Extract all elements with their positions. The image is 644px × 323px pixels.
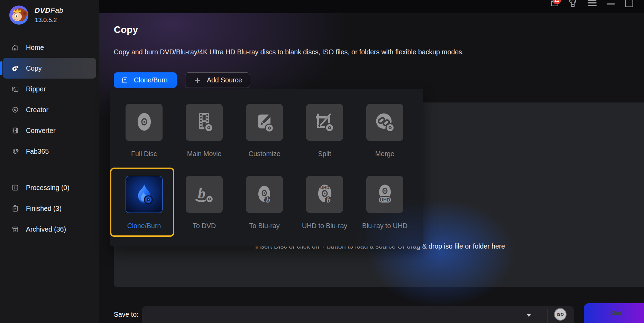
start-button-label: Start [608, 309, 625, 317]
mode-label: Full Disc [131, 150, 157, 158]
mode-tile-to-blu-ray[interactable]: b To Blu-ray [246, 176, 283, 231]
app-brand: DVDFab [35, 6, 64, 15]
mode-label: Customize [248, 150, 280, 158]
copy-mode-popup: Full Disc Main Movie [110, 89, 423, 246]
sidebar-item-fab365[interactable]: Fab365 [3, 141, 96, 162]
mode-label: To Blu-ray [249, 222, 280, 230]
svg-text:UHD: UHD [320, 185, 329, 190]
sidebar-item-creator[interactable]: Creator [3, 99, 96, 120]
blu-ray-to-uhd-icon: UHD [373, 183, 397, 206]
home-icon [11, 44, 19, 51]
svg-text:b: b [326, 195, 331, 204]
maximize-icon[interactable] [625, 0, 635, 9]
iso-output-icon[interactable]: ISO [554, 308, 567, 321]
start-button[interactable]: Start [584, 303, 644, 323]
mode-tile-merge[interactable]: Merge [366, 104, 403, 159]
sidebar-divider [10, 169, 88, 169]
save-path-input[interactable] [142, 306, 574, 323]
mode-tile-main-movie[interactable]: Main Movie [186, 104, 223, 159]
sidebar-menu: Home Copy Ripper Creator [0, 37, 99, 162]
app-version: 13.0.5.2 [35, 17, 57, 24]
converter-film-icon [11, 127, 19, 134]
sidebar-item-processing[interactable]: Processing (0) [3, 177, 96, 198]
sidebar-tasks: Processing (0) Finished (3) Archived (36… [0, 177, 99, 240]
chevron-down-icon[interactable] [526, 314, 531, 317]
sidebar-item-label: Ripper [26, 85, 46, 93]
to-blu-ray-icon: b [253, 183, 276, 206]
dvdfab-monkey-avatar [9, 5, 29, 25]
sidebar-item-label: Creator [26, 106, 48, 114]
mode-row-2: Clone/Burn b To DVD b To Blu-ray [126, 176, 403, 231]
mode-tile-split[interactable]: Split [306, 104, 343, 159]
svg-text:b: b [197, 184, 205, 201]
sidebar-item-ripper[interactable]: Ripper [3, 79, 96, 99]
save-to-label: Save to: [114, 311, 139, 318]
sidebar-item-converter[interactable]: Converter [3, 120, 96, 141]
svg-text:UHD: UHD [380, 197, 390, 203]
sidebar-item-finished[interactable]: Finished (3) [3, 198, 96, 219]
archived-box-icon [11, 225, 19, 233]
ripper-icon [11, 85, 19, 93]
mode-label: Blu-ray to UHD [362, 222, 407, 230]
sidebar-item-label: Fab365 [26, 147, 49, 155]
clone-burn-tab-icon [121, 77, 129, 84]
mode-tile-full-disc[interactable]: Full Disc [126, 104, 163, 159]
iso-badge-label: ISO [557, 312, 564, 316]
creator-disc-icon [11, 106, 19, 114]
sidebar-item-archived[interactable]: Archived (36) [3, 219, 96, 240]
sidebar-item-label: Home [26, 44, 44, 52]
tab-label: Add Source [207, 76, 242, 84]
to-dvd-icon: b [193, 183, 216, 206]
mode-label: Main Movie [187, 150, 222, 158]
tab-clone-burn[interactable]: Clone/Burn [114, 72, 177, 88]
minimize-icon[interactable] [606, 0, 616, 9]
mode-label: Merge [375, 150, 394, 158]
mode-tile-uhd-to-blu-ray[interactable]: UHD b UHD to Blu-ray [306, 176, 343, 231]
merge-icon [373, 111, 397, 134]
sidebar-item-label: Finished (3) [26, 205, 62, 213]
finished-clipboard-icon [11, 205, 19, 212]
mode-label: To DVD [193, 222, 216, 230]
fab365-monkey-icon [11, 147, 19, 155]
mode-tile-clone-burn[interactable]: Clone/Burn [126, 176, 163, 231]
sidebar: DVDFab 13.0.5.2 Home Copy Ripper [0, 0, 99, 323]
full-disc-icon [132, 111, 156, 134]
customize-icon [253, 111, 276, 134]
mode-tile-to-dvd[interactable]: b To DVD [186, 176, 223, 231]
main-movie-icon [193, 111, 216, 134]
copy-disc-icon [11, 64, 19, 72]
clone-burn-flame-icon [132, 183, 156, 206]
mode-label: Clone/Burn [127, 222, 161, 230]
mode-row-1: Full Disc Main Movie [126, 104, 403, 159]
sidebar-item-label: Converter [26, 127, 56, 135]
tab-label: Clone/Burn [134, 76, 168, 84]
tab-add-source[interactable]: Add Source [185, 72, 250, 88]
titlebar: 21 [99, 0, 644, 13]
sidebar-item-home[interactable]: Home [3, 37, 96, 58]
input-divider [547, 309, 548, 323]
processing-list-icon [11, 184, 19, 191]
sidebar-item-label: Processing (0) [26, 184, 70, 192]
uhd-to-blu-ray-icon: UHD b [313, 183, 337, 206]
page-subtitle: Copy and burn DVD/Blu-ray/4K Ultra HD Bl… [114, 48, 464, 56]
mode-label: Split [318, 150, 331, 158]
split-icon [313, 111, 337, 134]
svg-text:b: b [266, 195, 270, 204]
sidebar-item-label: Archived (36) [26, 225, 66, 233]
page-title: Copy [114, 24, 138, 35]
sidebar-item-copy[interactable]: Copy [3, 58, 96, 79]
mode-tile-customize[interactable]: Customize [246, 104, 283, 159]
menu-icon[interactable] [587, 0, 598, 9]
mode-tile-blu-ray-to-uhd[interactable]: UHD Blu-ray to UHD [366, 176, 403, 231]
plus-icon [194, 77, 201, 84]
sidebar-item-label: Copy [26, 64, 42, 72]
theme-shirt-icon[interactable] [568, 0, 578, 9]
mode-label: UHD to Blu-ray [302, 222, 347, 230]
